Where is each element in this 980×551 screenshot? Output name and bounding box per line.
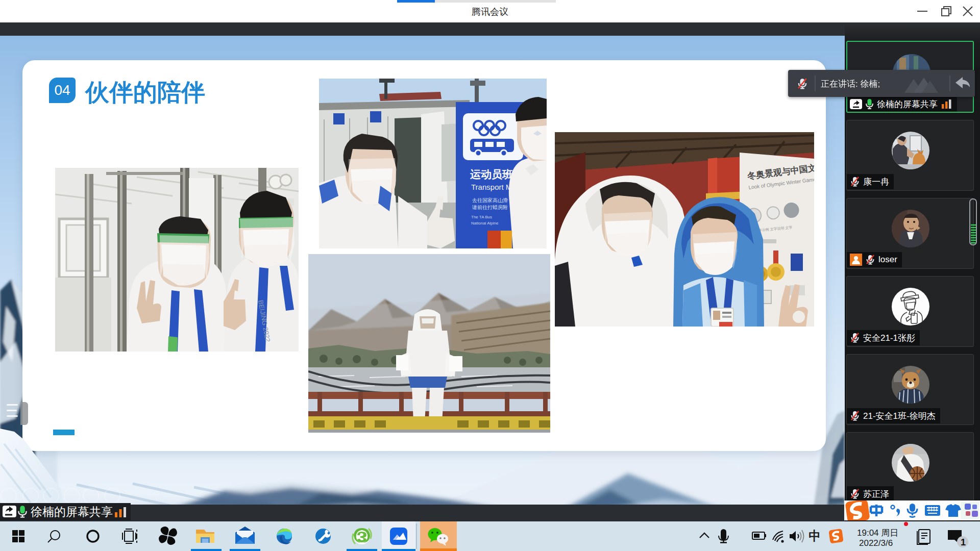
svg-text:National Alpine: National Alpine xyxy=(471,221,499,226)
svg-text:请前往打蜡房附: 请前往打蜡房附 xyxy=(472,205,508,210)
svg-text:2022/3/6: 2022/3/6 xyxy=(859,538,893,548)
svg-text:去往国家高山滑: 去往国家高山滑 xyxy=(472,197,508,203)
svg-text:1: 1 xyxy=(961,537,966,547)
svg-text:正在讲话: 徐楠;: 正在讲话: 徐楠; xyxy=(821,79,880,89)
svg-text:Transport M: Transport M xyxy=(471,183,512,191)
svg-text:徐楠的屏幕共享: 徐楠的屏幕共享 xyxy=(31,505,113,518)
svg-text:中: 中 xyxy=(809,529,821,543)
svg-text:19:04 周日: 19:04 周日 xyxy=(857,528,898,538)
svg-text:The TA Bus: The TA Bus xyxy=(471,215,492,219)
